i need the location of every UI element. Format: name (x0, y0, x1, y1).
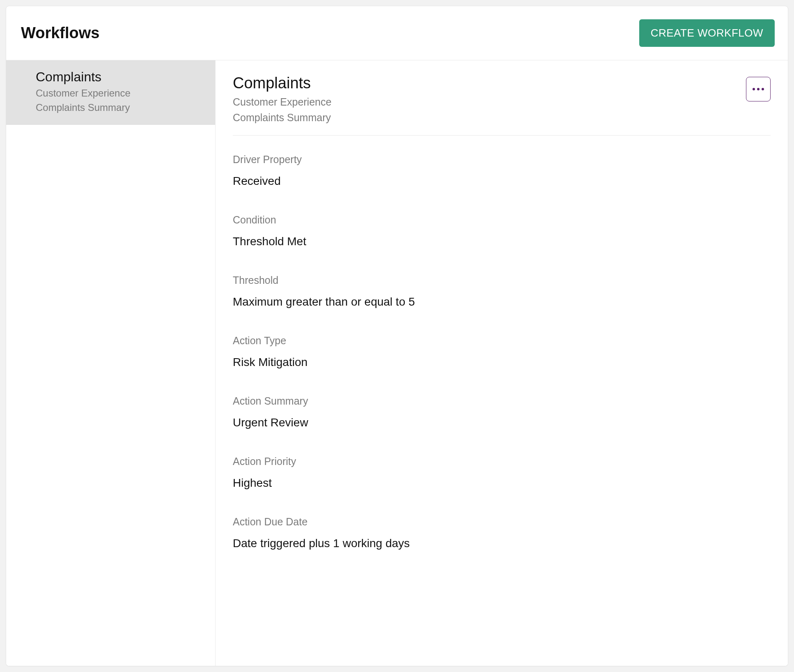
field-value: Maximum greater than or equal to 5 (233, 295, 771, 308)
more-icon (753, 88, 755, 91)
detail-fields: Driver Property Received Condition Thres… (233, 136, 771, 550)
field-threshold: Threshold Maximum greater than or equal … (233, 274, 771, 308)
more-actions-button[interactable] (746, 77, 771, 101)
field-action-due-date: Action Due Date Date triggered plus 1 wo… (233, 516, 771, 550)
field-condition: Condition Threshold Met (233, 214, 771, 248)
field-action-type: Action Type Risk Mitigation (233, 335, 771, 369)
sidebar-item-subtitle: Complaints Summary (36, 101, 204, 115)
field-value: Received (233, 175, 771, 188)
field-action-summary: Action Summary Urgent Review (233, 395, 771, 429)
sidebar-item-complaints[interactable]: Complaints Customer Experience Complaint… (6, 60, 215, 125)
detail-header: Complaints Customer Experience Complaint… (233, 74, 771, 136)
field-label: Condition (233, 214, 771, 226)
detail-subtitle: Customer Experience (233, 94, 331, 110)
create-workflow-button[interactable]: CREATE WORKFLOW (639, 19, 775, 47)
field-label: Action Summary (233, 395, 771, 407)
field-label: Threshold (233, 274, 771, 286)
field-action-priority: Action Priority Highest (233, 456, 771, 490)
sidebar-item-subtitle: Customer Experience (36, 86, 204, 101)
detail-title: Complaints (233, 74, 331, 92)
field-label: Action Priority (233, 456, 771, 467)
card-header: Workflows CREATE WORKFLOW (6, 6, 788, 60)
more-icon (762, 88, 764, 91)
page-title: Workflows (21, 24, 99, 42)
field-value: Risk Mitigation (233, 356, 771, 369)
field-value: Highest (233, 476, 771, 490)
field-label: Action Type (233, 335, 771, 347)
field-value: Threshold Met (233, 235, 771, 248)
card-body: Complaints Customer Experience Complaint… (6, 60, 788, 666)
workflow-sidebar: Complaints Customer Experience Complaint… (6, 60, 216, 666)
detail-subtitle: Complaints Summary (233, 110, 331, 126)
field-driver-property: Driver Property Received (233, 154, 771, 188)
field-value: Date triggered plus 1 working days (233, 537, 771, 550)
workflow-detail: Complaints Customer Experience Complaint… (216, 60, 788, 666)
more-icon (757, 88, 760, 91)
field-value: Urgent Review (233, 416, 771, 429)
detail-title-block: Complaints Customer Experience Complaint… (233, 74, 331, 125)
field-label: Action Due Date (233, 516, 771, 528)
workflows-card: Workflows CREATE WORKFLOW Complaints Cus… (6, 6, 788, 666)
sidebar-item-title: Complaints (36, 69, 204, 85)
field-label: Driver Property (233, 154, 771, 166)
